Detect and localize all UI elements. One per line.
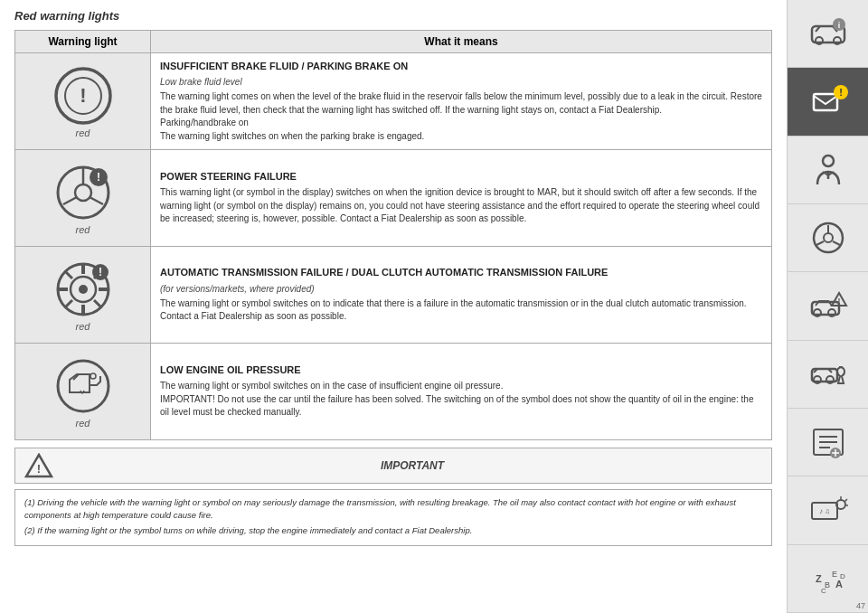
icon-cell-1: ! red xyxy=(15,150,151,247)
svg-text:!: ! xyxy=(97,171,100,184)
sidebar-item-settings[interactable] xyxy=(788,409,868,476)
col-meaning-header: What it means xyxy=(151,31,772,53)
svg-text:!: ! xyxy=(837,297,840,306)
multimedia-icon: ♪ ♫ xyxy=(808,490,848,530)
svg-text:!: ! xyxy=(99,266,102,278)
svg-text:i: i xyxy=(837,21,840,30)
sidebar-item-warning[interactable]: ! xyxy=(788,68,868,136)
desc-cell-0: INSUFFICIENT BRAKE FLUID / PARKING BRAKE… xyxy=(151,53,772,150)
desc-text-3: The warning light or symbol switches on … xyxy=(160,380,762,420)
settings-list-icon xyxy=(808,422,848,462)
svg-text:!: ! xyxy=(839,87,843,98)
icon-cell-2: ! red xyxy=(15,247,151,344)
svg-line-43 xyxy=(833,241,840,245)
svg-line-7 xyxy=(90,197,103,204)
svg-point-12 xyxy=(79,285,88,294)
desc-cell-3: LOW ENGINE OIL PRESSUREThe warning light… xyxy=(151,344,772,440)
svg-point-24 xyxy=(90,373,96,379)
svg-text:E: E xyxy=(832,570,837,579)
svg-line-18 xyxy=(94,300,100,306)
car-service-icon xyxy=(808,354,848,394)
desc-cell-1: POWER STEERING FAILUREThis warning light… xyxy=(151,150,772,247)
desc-title-3: LOW ENGINE OIL PRESSURE xyxy=(160,363,762,377)
icon-label-2: red xyxy=(76,321,90,332)
desc-subtitle-2: (for versions/markets, where provided) xyxy=(160,283,762,296)
sidebar-item-breakdown[interactable]: ! xyxy=(788,272,868,340)
icon-label-1: red xyxy=(76,224,90,235)
note-box: (1) Driving the vehicle with the warning… xyxy=(14,489,772,546)
icon-cell-0: ! red xyxy=(15,53,151,150)
svg-line-17 xyxy=(66,272,72,278)
svg-text:D: D xyxy=(840,572,845,580)
car-breakdown-icon: ! xyxy=(808,286,848,325)
col-warning-header: Warning light xyxy=(15,31,151,53)
svg-text:Z: Z xyxy=(816,573,822,584)
svg-text:♪ ♫: ♪ ♫ xyxy=(818,507,829,515)
icon-label-0: red xyxy=(76,127,90,138)
main-content: Red warning lights Warning light What it… xyxy=(0,0,787,613)
svg-line-6 xyxy=(63,197,77,204)
desc-subtitle-0: Low brake fluid level xyxy=(160,76,762,89)
sidebar-item-multimedia[interactable]: ♪ ♫ xyxy=(788,476,868,544)
page-title: Red warning lights xyxy=(14,9,772,23)
person-icon xyxy=(808,150,848,190)
icon-cell-3: red xyxy=(15,344,151,440)
desc-text-1: This warning light (or symbol in the dis… xyxy=(160,186,762,226)
sidebar-item-car-info[interactable]: i xyxy=(788,0,868,68)
note-2: (2) If the warning light or the symbol t… xyxy=(24,524,762,537)
alphabet-icon: Z B E A C D xyxy=(808,559,848,599)
desc-title-2: AUTOMATIC TRANSMISSION FAILURE / DUAL CL… xyxy=(160,266,762,279)
desc-text-0: The warning light comes on when the leve… xyxy=(160,90,762,143)
steering-wheel-icon xyxy=(808,218,848,258)
svg-text:C: C xyxy=(821,587,826,595)
page-number: 47 xyxy=(856,601,865,610)
svg-point-4 xyxy=(75,184,91,201)
sidebar-item-person[interactable] xyxy=(788,137,868,204)
svg-text:!: ! xyxy=(80,84,86,107)
desc-title-1: POWER STEERING FAILURE xyxy=(160,170,762,184)
note-1: (1) Driving the vehicle with the warning… xyxy=(24,496,762,523)
important-label: IMPORTANT xyxy=(62,459,762,472)
svg-point-40 xyxy=(824,233,833,242)
svg-line-20 xyxy=(66,300,72,306)
svg-text:!: ! xyxy=(37,462,41,476)
sidebar-item-steering[interactable] xyxy=(788,204,868,272)
warning-table: Warning light What it means ! red INSUFF… xyxy=(14,30,772,440)
svg-line-42 xyxy=(816,241,824,245)
svg-point-35 xyxy=(823,156,834,166)
warning-envelope-icon: ! xyxy=(808,81,848,121)
important-box: ! IMPORTANT xyxy=(14,448,772,484)
svg-point-23 xyxy=(58,361,108,411)
sidebar: i ! xyxy=(787,0,868,613)
sidebar-item-service[interactable] xyxy=(788,341,868,409)
icon-label-3: red xyxy=(76,418,90,429)
svg-rect-32 xyxy=(814,94,837,110)
important-triangle-icon: ! xyxy=(24,453,53,478)
desc-title-0: INSUFFICIENT BRAKE FLUID / PARKING BRAKE… xyxy=(160,60,762,73)
desc-text-2: The warning light or symbol switches on … xyxy=(160,297,762,324)
car-info-icon: i xyxy=(808,14,848,53)
desc-cell-2: AUTOMATIC TRANSMISSION FAILURE / DUAL CL… xyxy=(151,247,772,344)
sidebar-item-alphabet[interactable]: Z B E A C D 47 xyxy=(788,545,868,613)
